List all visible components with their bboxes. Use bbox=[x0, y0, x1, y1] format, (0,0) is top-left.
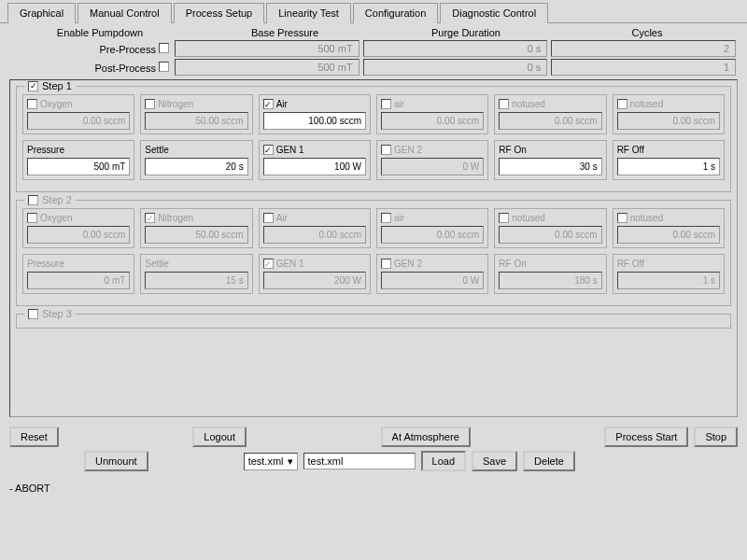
pre-process-label: Pre-Process bbox=[99, 44, 156, 55]
stop-button[interactable]: Stop bbox=[694, 427, 738, 447]
gas-checkbox[interactable] bbox=[27, 99, 37, 109]
post-cycles-input[interactable]: 1 bbox=[551, 59, 736, 76]
param-label: GEN 1 bbox=[276, 259, 304, 269]
header-base-pressure: Base Pressure bbox=[194, 27, 375, 38]
gas-checkbox[interactable]: ✓ bbox=[145, 213, 155, 223]
gas-input: 0.00 sccm bbox=[27, 112, 130, 130]
gas-input: 50.00 sccm bbox=[145, 226, 247, 244]
gas-input[interactable]: 100.00 sccm bbox=[263, 112, 366, 130]
gas-checkbox[interactable] bbox=[617, 99, 627, 109]
step-group-1: ✓Step 1Oxygen0.00 sccmNitrogen50.00 sccm… bbox=[16, 86, 731, 192]
param-box: Settle15 s bbox=[140, 254, 252, 294]
pre-pressure-input[interactable]: 500 mT bbox=[175, 40, 359, 57]
tab-manual-control[interactable]: Manual Control bbox=[78, 3, 172, 23]
steps-scroll-area[interactable]: ✓Step 1Oxygen0.00 sccmNitrogen50.00 sccm… bbox=[9, 79, 738, 417]
param-checkbox[interactable]: ✓ bbox=[263, 145, 274, 155]
gas-input: 0.00 sccm bbox=[27, 226, 130, 244]
param-label: Settle bbox=[145, 259, 169, 269]
delete-button[interactable]: Delete bbox=[523, 451, 575, 471]
gas-label: Oxygen bbox=[40, 213, 72, 223]
gas-label: notused bbox=[630, 213, 664, 223]
param-label: Pressure bbox=[27, 259, 64, 269]
param-input[interactable]: 500 mT bbox=[27, 158, 130, 175]
gas-checkbox[interactable] bbox=[499, 99, 509, 109]
file-select[interactable]: test.xml ▾ bbox=[244, 453, 298, 470]
gas-label: Nitrogen bbox=[158, 213, 193, 223]
param-label: Settle bbox=[145, 145, 169, 155]
param-input: 0 W bbox=[381, 158, 484, 175]
step-3-checkbox[interactable] bbox=[28, 309, 38, 319]
param-label: Pressure bbox=[27, 145, 64, 155]
step-group-2: Step 2Oxygen0.00 sccm✓Nitrogen50.00 sccm… bbox=[16, 200, 731, 306]
param-box: RF Off1 s bbox=[613, 140, 725, 180]
step-1-checkbox[interactable]: ✓ bbox=[28, 81, 38, 91]
gas-input: 0.00 sccm bbox=[499, 226, 601, 244]
header-cycles: Cycles bbox=[557, 27, 738, 38]
gas-box: Air0.00 sccm bbox=[259, 208, 371, 248]
param-box: RF On180 s bbox=[494, 254, 606, 294]
tab-bar: GraphicalManual ControlProcess SetupLine… bbox=[0, 0, 747, 22]
gas-input: 0.00 sccm bbox=[381, 226, 484, 244]
pre-cycles-input[interactable]: 2 bbox=[551, 40, 736, 57]
gas-checkbox[interactable] bbox=[27, 213, 37, 223]
gas-box: Oxygen0.00 sccm bbox=[22, 94, 134, 134]
gas-checkbox[interactable] bbox=[381, 213, 391, 223]
param-checkbox[interactable] bbox=[381, 259, 391, 269]
param-input[interactable]: 20 s bbox=[145, 158, 247, 175]
header-purge-duration: Purge Duration bbox=[375, 27, 557, 38]
step-2-label: Step 2 bbox=[42, 194, 72, 205]
gas-checkbox[interactable] bbox=[263, 213, 274, 223]
post-pressure-input[interactable]: 500 mT bbox=[175, 59, 359, 76]
gas-checkbox[interactable] bbox=[381, 99, 391, 109]
load-button[interactable]: Load bbox=[421, 451, 466, 471]
post-duration-input[interactable]: 0 s bbox=[363, 59, 548, 76]
gas-input: 50.00 sccm bbox=[145, 112, 247, 130]
param-checkbox[interactable] bbox=[381, 145, 391, 155]
gas-label: Oxygen bbox=[40, 99, 72, 109]
gas-checkbox[interactable] bbox=[499, 213, 509, 223]
tab-configuration[interactable]: Configuration bbox=[353, 3, 438, 23]
gas-checkbox[interactable] bbox=[145, 99, 155, 109]
pre-duration-input[interactable]: 0 s bbox=[363, 40, 548, 57]
post-process-checkbox[interactable] bbox=[159, 62, 169, 72]
param-input[interactable]: 1 s bbox=[617, 158, 720, 175]
logout-button[interactable]: Logout bbox=[192, 427, 247, 447]
gas-label: notused bbox=[630, 99, 664, 109]
param-box: Pressure0 mT bbox=[22, 254, 134, 294]
at-atmosphere-button[interactable]: At Atmosphere bbox=[381, 427, 471, 447]
gas-input: 0.00 sccm bbox=[617, 226, 720, 244]
gas-label: Air bbox=[276, 99, 288, 109]
param-input[interactable]: 100 W bbox=[263, 158, 366, 175]
gas-label: notused bbox=[512, 99, 545, 109]
tab-diagnostic-control[interactable]: Diagnostic Control bbox=[440, 3, 548, 23]
unmount-button[interactable]: Unmount bbox=[84, 451, 148, 471]
param-box: GEN 20 W bbox=[376, 254, 488, 294]
gas-box: ✓Nitrogen50.00 sccm bbox=[140, 208, 252, 248]
param-input[interactable]: 30 s bbox=[499, 158, 601, 175]
param-label: GEN 2 bbox=[394, 145, 422, 155]
header-pumpdown: Enable Pumpdown bbox=[9, 27, 194, 38]
save-button[interactable]: Save bbox=[472, 451, 517, 471]
step-group-3: Step 3 bbox=[16, 314, 731, 329]
param-input: 15 s bbox=[145, 272, 247, 289]
step-2-checkbox[interactable] bbox=[28, 195, 38, 205]
gas-checkbox[interactable] bbox=[617, 213, 627, 223]
gas-box: notused0.00 sccm bbox=[613, 208, 725, 248]
file-name-input[interactable]: test.xml bbox=[303, 453, 416, 469]
pre-process-checkbox[interactable] bbox=[159, 43, 169, 53]
reset-button[interactable]: Reset bbox=[9, 427, 59, 447]
param-box: ✓GEN 1100 W bbox=[259, 140, 371, 180]
gas-box: air0.00 sccm bbox=[376, 208, 488, 248]
tab-linearity-test[interactable]: Linearity Test bbox=[266, 3, 351, 23]
param-label: RF On bbox=[499, 145, 526, 155]
gas-checkbox[interactable]: ✓ bbox=[263, 99, 274, 109]
tab-process-setup[interactable]: Process Setup bbox=[174, 3, 265, 23]
gas-label: air bbox=[394, 213, 404, 223]
param-box: RF On30 s bbox=[494, 140, 606, 180]
gas-box: air0.00 sccm bbox=[376, 94, 488, 134]
param-checkbox[interactable]: ✓ bbox=[263, 259, 274, 269]
process-start-button[interactable]: Process Start bbox=[604, 427, 688, 447]
param-box: RF Off1 s bbox=[613, 254, 725, 294]
tab-graphical[interactable]: Graphical bbox=[7, 3, 76, 23]
param-box: Pressure500 mT bbox=[22, 140, 134, 180]
